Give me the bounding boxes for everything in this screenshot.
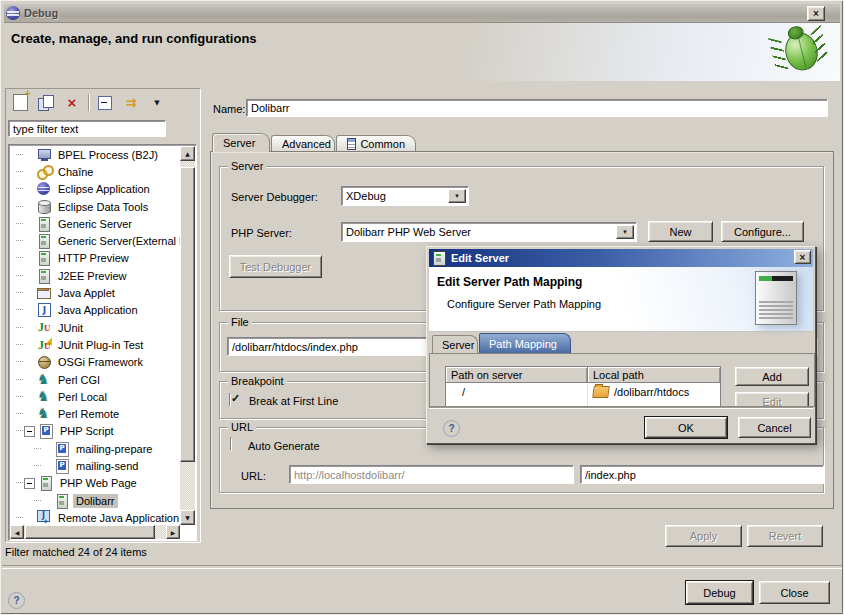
break-first-line-checkbox[interactable] xyxy=(229,393,231,407)
tree-item-label: Remote Java Application xyxy=(55,511,180,525)
scroll-down-icon[interactable]: ▼ xyxy=(180,510,195,525)
window-titlebar[interactable]: Debug xyxy=(4,4,840,23)
tree-vscrollbar[interactable]: ▲ ▼ xyxy=(180,146,195,525)
tree-expander-icon[interactable] xyxy=(24,426,35,437)
vscroll-track[interactable] xyxy=(180,161,195,510)
php-server-combo[interactable]: Dolibarr PHP Web Server ▼ xyxy=(341,222,637,242)
tree-item-label: HTTP Preview xyxy=(55,251,132,265)
edit-server-titlebar[interactable]: Edit Server × xyxy=(429,249,813,267)
junitp-icon xyxy=(36,337,52,353)
tree-item-label: Perl Local xyxy=(55,390,110,404)
help-icon[interactable]: ? xyxy=(8,592,25,609)
dialog-subheading: Configure Server Path Mapping xyxy=(447,298,601,310)
duplicate-config-icon[interactable] xyxy=(36,93,56,112)
eclipse-logo-icon xyxy=(6,6,20,20)
tab-advanced[interactable]: Advanced xyxy=(271,135,335,152)
table-row[interactable]: //dolibarr/htdocs xyxy=(446,383,720,400)
dialog-close-button[interactable]: × xyxy=(794,250,811,264)
tree-item[interactable]: Perl Remote xyxy=(10,405,180,422)
tab-common[interactable]: Common xyxy=(336,135,416,152)
tree-item-label: JUnit xyxy=(55,321,86,335)
column-path-on-server[interactable]: Path on server xyxy=(446,367,588,383)
tree-item[interactable]: J2EE Preview xyxy=(10,267,180,284)
tree-item[interactable]: mailing-send xyxy=(10,457,180,474)
new-config-icon[interactable] xyxy=(10,93,30,112)
tree-item[interactable]: Dolibarr xyxy=(10,492,180,509)
edit-mapping-button[interactable]: Edit xyxy=(735,392,809,407)
configure-button[interactable]: Configure... xyxy=(721,221,804,242)
tree-item[interactable]: BPEL Process (B2J) xyxy=(10,146,180,163)
hscroll-thumb[interactable] xyxy=(25,525,155,539)
add-mapping-button[interactable]: Add xyxy=(735,367,809,386)
tree-item[interactable]: Eclipse Data Tools xyxy=(10,198,180,215)
close-button[interactable]: Close xyxy=(759,581,830,604)
url-base-input[interactable]: http://localhostdolibarr/ xyxy=(289,465,574,484)
tree-item-label: Java Applet xyxy=(55,286,118,300)
breakpoint-group-title: Breakpoint xyxy=(228,375,287,387)
tree-hscrollbar[interactable]: ◀ ▶ xyxy=(10,525,180,539)
collapse-all-icon[interactable] xyxy=(95,93,115,112)
tree-item[interactable]: JUnit xyxy=(10,319,180,336)
tree-item[interactable]: OSGi Framework xyxy=(10,354,180,371)
tree-indent xyxy=(24,322,35,333)
scroll-right-icon[interactable]: ▶ xyxy=(166,525,180,539)
server-debugger-combo[interactable]: XDebug ▼ xyxy=(341,186,469,206)
tree-item[interactable]: Perl Local xyxy=(10,388,180,405)
tree-item[interactable]: HTTP Preview xyxy=(10,250,180,267)
tree-item-label: OSGi Framework xyxy=(55,355,146,369)
tree-indent xyxy=(24,374,35,385)
tree-item-label: PHP Script xyxy=(57,424,117,438)
new-server-button[interactable]: New xyxy=(648,221,713,242)
tree-item[interactable]: PHP Script xyxy=(10,423,180,440)
name-input[interactable]: Dolibarr xyxy=(246,99,828,117)
filter-menu-caret-icon[interactable]: ▼ xyxy=(147,93,167,112)
tree-item[interactable]: Chaîne xyxy=(10,163,180,180)
tree-item[interactable]: JUnit Plug-in Test xyxy=(10,336,180,353)
tree-indent xyxy=(24,166,35,177)
scroll-up-icon[interactable]: ▲ xyxy=(180,146,195,161)
edit-server-dialog: Edit Server × Edit Server Path Mapping C… xyxy=(426,246,816,444)
tab-server[interactable]: Server xyxy=(212,133,270,152)
tree-item[interactable]: Perl CGI xyxy=(10,371,180,388)
tree-item[interactable]: Generic Server xyxy=(10,215,180,232)
debug-button[interactable]: Debug xyxy=(686,581,753,604)
filter-status: Filter matched 24 of 24 items xyxy=(5,546,147,558)
apply-button[interactable]: Apply xyxy=(665,525,742,547)
phpfile-icon xyxy=(54,441,70,457)
dialog-tab-server[interactable]: Server xyxy=(432,335,478,353)
db-icon xyxy=(36,199,52,215)
tree-item[interactable]: PHP Web Page xyxy=(10,475,180,492)
tree-item[interactable]: Generic Server(External La xyxy=(10,232,180,249)
chevron-down-icon[interactable]: ▼ xyxy=(448,189,466,203)
cancel-button[interactable]: Cancel xyxy=(738,417,811,438)
revert-button[interactable]: Revert xyxy=(747,525,823,547)
tree-item[interactable]: mailing-prepare xyxy=(10,440,180,457)
scroll-left-icon[interactable]: ◀ xyxy=(10,525,24,539)
auto-generate-checkbox[interactable] xyxy=(230,437,232,451)
tree-item[interactable]: Remote Java Application xyxy=(10,509,180,525)
dialog-help-icon[interactable]: ? xyxy=(443,420,460,437)
column-local-path[interactable]: Local path xyxy=(588,367,720,383)
chevron-down-icon[interactable]: ▼ xyxy=(616,225,634,239)
vscroll-thumb[interactable] xyxy=(180,167,195,462)
tree-line xyxy=(16,344,23,346)
tree-indent xyxy=(24,218,35,229)
tree-line xyxy=(16,327,23,329)
ok-button[interactable]: OK xyxy=(645,417,727,438)
tree-item[interactable]: Java Applet xyxy=(10,284,180,301)
tree-item[interactable]: Java Application xyxy=(10,302,180,319)
debug-dialog-window: Debug × Create, manage, and run configur… xyxy=(0,0,844,615)
tree-expander-icon[interactable] xyxy=(24,478,35,489)
url-path-input[interactable]: /index.php xyxy=(580,465,824,484)
filter-input[interactable]: type filter text xyxy=(8,120,166,137)
tree-line xyxy=(16,171,23,173)
delete-config-icon[interactable]: × xyxy=(62,93,82,112)
tree-item[interactable]: Eclipse Application xyxy=(10,181,180,198)
filter-icon[interactable]: ⇉ xyxy=(121,93,141,112)
phpfile-icon xyxy=(54,458,70,474)
dialog-tab-path-mapping[interactable]: Path Mapping xyxy=(479,333,571,353)
perl-icon xyxy=(36,372,52,388)
hscroll-track[interactable] xyxy=(24,525,166,539)
test-debugger-button[interactable]: Test Debugger xyxy=(229,255,322,278)
config-tree: BPEL Process (B2J)ChaîneEclipse Applicat… xyxy=(10,146,180,525)
